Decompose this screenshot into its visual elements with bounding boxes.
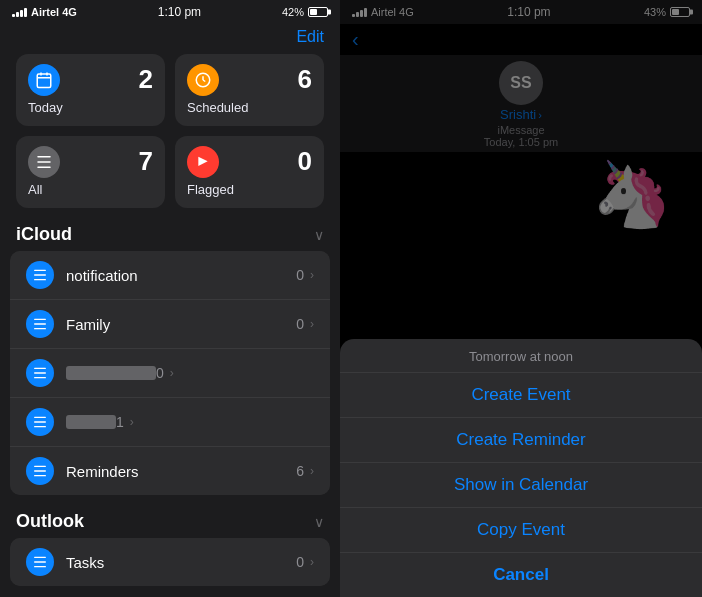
svg-rect-8 xyxy=(37,161,51,163)
tasks-list-count: 0 xyxy=(296,554,304,570)
all-card[interactable]: 7 All xyxy=(16,136,165,208)
family-list-count: 0 xyxy=(296,316,304,332)
family-list-chevron-icon: › xyxy=(310,317,314,331)
flagged-count: 0 xyxy=(298,146,312,177)
left-time: 1:10 pm xyxy=(158,5,201,19)
outlook-chevron-icon: ∨ xyxy=(314,514,324,530)
tasks-list-icon xyxy=(26,548,54,576)
svg-rect-19 xyxy=(34,417,46,418)
notification-list-count: 0 xyxy=(296,267,304,283)
reminder-cards: 2 Today 6 Scheduled 7 All xyxy=(0,50,340,216)
icloud-chevron-icon: ∨ xyxy=(314,227,324,243)
list-item[interactable]: 0 › xyxy=(10,349,330,398)
tasks-list-chevron-icon: › xyxy=(310,555,314,569)
svg-rect-17 xyxy=(34,372,46,373)
all-icon xyxy=(28,146,60,178)
outlook-title: Outlook xyxy=(16,511,84,532)
reminders-list-chevron-icon: › xyxy=(310,464,314,478)
scheduled-card[interactable]: 6 Scheduled xyxy=(175,54,324,126)
show-in-calendar-button[interactable]: Show in Calendar xyxy=(340,463,702,508)
left-panel: Airtel 4G 1:10 pm 42% Edit 2 Today xyxy=(0,0,340,597)
list-item[interactable]: Family 0 › xyxy=(10,300,330,349)
reminders-list-count: 6 xyxy=(296,463,304,479)
flagged-icon xyxy=(187,146,219,178)
svg-rect-26 xyxy=(34,561,46,562)
svg-rect-10 xyxy=(34,270,46,271)
left-status-bar: Airtel 4G 1:10 pm 42% xyxy=(0,0,340,24)
flagged-card[interactable]: 0 Flagged xyxy=(175,136,324,208)
copy-event-button[interactable]: Copy Event xyxy=(340,508,702,553)
svg-rect-25 xyxy=(34,557,46,558)
svg-rect-11 xyxy=(34,274,46,275)
blurred-list-name-2 xyxy=(66,415,116,429)
blurred2-list-chevron-icon: › xyxy=(130,415,134,429)
blurred2-list-count: 1 xyxy=(116,414,124,430)
svg-rect-22 xyxy=(34,466,46,467)
blurred1-list-count: 0 xyxy=(156,365,164,381)
list-item[interactable]: 1 › xyxy=(10,398,330,447)
svg-rect-15 xyxy=(34,328,46,329)
left-battery: 42% xyxy=(282,6,328,18)
notification-list-chevron-icon: › xyxy=(310,268,314,282)
svg-rect-18 xyxy=(34,377,46,378)
blurred2-list-icon xyxy=(26,408,54,436)
svg-rect-24 xyxy=(34,475,46,476)
svg-rect-7 xyxy=(37,156,51,158)
svg-rect-9 xyxy=(37,167,51,169)
svg-line-6 xyxy=(203,80,205,82)
outlook-section: Outlook ∨ Tasks 0 › xyxy=(0,503,340,586)
edit-button[interactable]: Edit xyxy=(0,24,340,50)
svg-rect-0 xyxy=(37,74,51,88)
icloud-list: notification 0 › Family 0 › 0 › 1 xyxy=(10,251,330,495)
left-carrier: Airtel 4G xyxy=(12,6,77,18)
scheduled-label: Scheduled xyxy=(187,100,312,115)
list-item[interactable]: Tasks 0 › xyxy=(10,538,330,586)
today-count: 2 xyxy=(139,64,153,95)
reminders-list-name: Reminders xyxy=(66,463,296,480)
svg-rect-27 xyxy=(34,566,46,567)
svg-rect-12 xyxy=(34,279,46,280)
svg-rect-14 xyxy=(34,323,46,324)
create-reminder-button[interactable]: Create Reminder xyxy=(340,418,702,463)
blurred1-list-chevron-icon: › xyxy=(170,366,174,380)
family-list-name: Family xyxy=(66,316,296,333)
cancel-button[interactable]: Cancel xyxy=(340,553,702,597)
all-label: All xyxy=(28,182,153,197)
create-event-button[interactable]: Create Event xyxy=(340,373,702,418)
notification-list-name: notification xyxy=(66,267,296,284)
all-count: 7 xyxy=(139,146,153,177)
reminders-list-icon xyxy=(26,457,54,485)
tasks-list-name: Tasks xyxy=(66,554,296,571)
right-panel: Airtel 4G 1:10 pm 43% ‹ SS Srishti › iMe… xyxy=(340,0,702,597)
today-icon xyxy=(28,64,60,96)
blurred1-list-icon xyxy=(26,359,54,387)
svg-rect-16 xyxy=(34,368,46,369)
family-list-icon xyxy=(26,310,54,338)
icloud-title: iCloud xyxy=(16,224,72,245)
outlook-list: Tasks 0 › xyxy=(10,538,330,586)
signal-icon xyxy=(12,7,27,17)
scheduled-icon xyxy=(187,64,219,96)
blurred-list-name-1 xyxy=(66,366,156,380)
list-item[interactable]: Reminders 6 › xyxy=(10,447,330,495)
svg-rect-21 xyxy=(34,426,46,427)
today-card[interactable]: 2 Today xyxy=(16,54,165,126)
context-menu: Tomorrow at noon Create Event Create Rem… xyxy=(340,339,702,597)
battery-icon xyxy=(308,7,328,17)
flagged-label: Flagged xyxy=(187,182,312,197)
svg-rect-13 xyxy=(34,319,46,320)
context-menu-title: Tomorrow at noon xyxy=(340,339,702,373)
svg-rect-23 xyxy=(34,470,46,471)
today-label: Today xyxy=(28,100,153,115)
notification-list-icon xyxy=(26,261,54,289)
list-item[interactable]: notification 0 › xyxy=(10,251,330,300)
icloud-section-header[interactable]: iCloud ∨ xyxy=(0,216,340,251)
svg-rect-20 xyxy=(34,421,46,422)
scheduled-count: 6 xyxy=(298,64,312,95)
outlook-section-header[interactable]: Outlook ∨ xyxy=(0,503,340,538)
